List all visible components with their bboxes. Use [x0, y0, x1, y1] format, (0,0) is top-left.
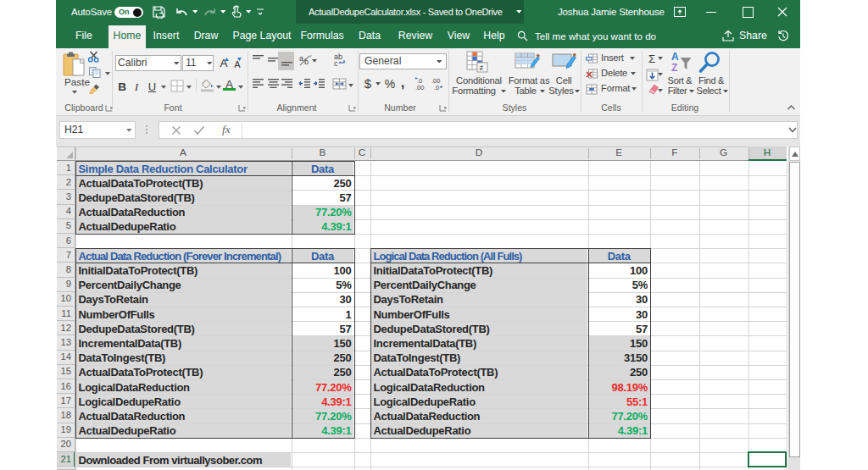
- svg-text:a: a: [299, 54, 303, 63]
- svg-text:Z: Z: [671, 62, 677, 74]
- svg-text:c: c: [334, 59, 338, 68]
- svg-text:.0: .0: [434, 84, 439, 91]
- svg-text:.00: .00: [415, 84, 424, 91]
- svg-text:A: A: [671, 51, 679, 63]
- svg-text:≠: ≠: [480, 64, 484, 72]
- svg-text:b: b: [304, 58, 309, 66]
